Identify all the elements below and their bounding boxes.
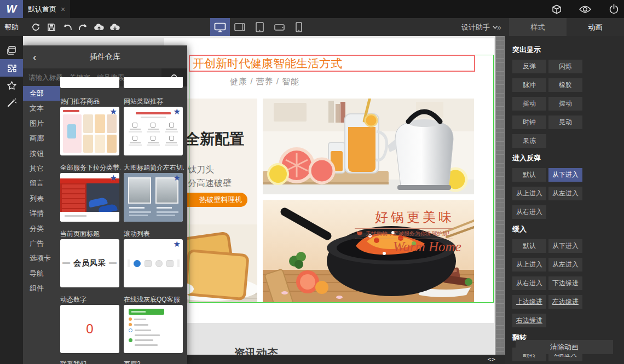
magic-wand-icon	[6, 97, 17, 108]
category-item[interactable]: 全部	[23, 86, 60, 101]
anim-button[interactable]: 晃动	[548, 115, 582, 129]
app-logo[interactable]: W	[0, 0, 23, 18]
category-item[interactable]: 留言	[23, 176, 60, 190]
category-item[interactable]: 分类	[23, 221, 60, 236]
device-tablet-portrait-button[interactable]	[250, 18, 269, 36]
animation-group-enter-bounce: 默认 从下进入 从上进入 从左进入 从右进入	[512, 168, 616, 219]
plugin-thumb-hot-products[interactable]: ★	[60, 107, 119, 155]
anim-button[interactable]: 橡胶	[548, 78, 582, 92]
device-desktop-button[interactable]	[210, 18, 230, 36]
tablet-portrait-icon	[256, 22, 264, 32]
anim-button[interactable]: 闪烁	[548, 60, 582, 73]
category-item[interactable]: 列表	[23, 191, 60, 206]
back-chevron-icon[interactable]: ‹	[33, 51, 37, 63]
favorite-star-icon[interactable]: ★	[110, 107, 117, 117]
help-menu[interactable]: 帮助	[4, 18, 19, 36]
plugin-thumb-dynamic-number[interactable]: 0	[60, 305, 119, 353]
plugin-thumb-dropdown-nav[interactable]: ★	[60, 173, 119, 222]
device-tablet-landscape-button[interactable]	[230, 18, 250, 36]
plugin-label: 页眉2	[124, 360, 184, 364]
anim-button[interactable]: 从上进入	[512, 258, 546, 271]
right-panel-tabs: 样式 动画	[509, 18, 624, 36]
category-item[interactable]: 详情	[23, 206, 60, 221]
design-assistant-button[interactable]: 设计助手	[461, 18, 498, 36]
animation-panel: 突出显示 反弹 闪烁 脉冲 橡胶 摇动 摆动 时钟 晃动 果冻 进入反弹 默认 …	[505, 36, 624, 364]
anim-button[interactable]: 摆动	[548, 97, 582, 111]
selected-title-element[interactable]: 开创新时代健康智能生活方式	[189, 55, 475, 72]
anim-button[interactable]: 果冻	[512, 134, 546, 148]
device-phone-landscape-button[interactable]	[269, 18, 289, 36]
redo-button[interactable]	[78, 22, 89, 33]
category-item[interactable]: 按钮	[23, 146, 60, 161]
plugin-thumb-scroll-list[interactable]: ★	[124, 239, 183, 287]
device-phone-portrait-button[interactable]	[289, 18, 309, 36]
category-item[interactable]: 导航	[23, 266, 60, 281]
cloud-download-button[interactable]	[109, 22, 120, 33]
number-card-text: 0	[60, 305, 119, 353]
phone-landscape-icon	[274, 24, 285, 31]
plugin-thumb-partial[interactable]	[60, 77, 119, 88]
save-button[interactable]	[46, 22, 57, 33]
plugin-label: 网站类型推荐	[124, 97, 184, 106]
save-icon	[47, 23, 56, 32]
power-button[interactable]	[608, 3, 620, 15]
favorite-star-icon[interactable]: ★	[174, 173, 181, 183]
anim-button[interactable]: 从右进入	[512, 205, 546, 219]
category-item[interactable]: 选项卡	[23, 251, 60, 265]
tab-style[interactable]: 样式	[509, 18, 567, 36]
category-item[interactable]: 广告	[23, 236, 60, 251]
plugin-thumb-qq-service[interactable]	[124, 305, 183, 353]
anim-button[interactable]: 从左进入	[548, 258, 582, 271]
section-title: 进入反弹	[512, 153, 616, 163]
anim-button[interactable]: 反弹	[512, 60, 546, 73]
anim-button[interactable]: 从下进入	[548, 239, 582, 253]
category-item[interactable]: 文本	[23, 101, 60, 115]
code-view-icon[interactable]: <>	[488, 356, 496, 363]
tab-close-icon[interactable]: ×	[61, 5, 65, 14]
sidebar-item-tools[interactable]	[0, 94, 23, 112]
preview-button[interactable]	[579, 3, 591, 15]
anim-button[interactable]: 从右进入	[512, 276, 546, 290]
sidebar-item-plugins[interactable]	[0, 59, 23, 77]
category-item[interactable]: 组件	[23, 281, 60, 296]
collapse-panel-button[interactable]: »	[497, 18, 501, 36]
plugin-thumb-site-types[interactable]: ★	[124, 107, 183, 155]
favorite-star-icon[interactable]: ★	[174, 239, 181, 249]
category-item[interactable]: 其它	[23, 161, 60, 176]
sidebar-item-favorites[interactable]	[0, 77, 23, 94]
anim-button-active[interactable]: 从下进入	[548, 168, 582, 182]
plugin-thumb-partial[interactable]	[124, 77, 183, 88]
tab-animation[interactable]: 动画	[567, 18, 624, 36]
refresh-button[interactable]	[30, 22, 41, 33]
plugin-thumb-page-title[interactable]: — 会员风采 —	[60, 239, 119, 287]
anim-button[interactable]: 上边缘进	[512, 295, 546, 309]
plugin-panel-title: 插件仓库	[23, 52, 187, 62]
page-tab[interactable]: 默认首页 ×	[23, 0, 70, 18]
components-button[interactable]	[551, 3, 563, 15]
undo-button[interactable]	[62, 22, 73, 33]
desktop-icon	[214, 22, 226, 32]
cloud-upload-button[interactable]	[94, 22, 105, 33]
anim-button[interactable]: 默认	[512, 168, 546, 182]
anim-button[interactable]: 默认	[512, 239, 546, 253]
clear-animation-button[interactable]: 清除动画	[516, 340, 613, 354]
anim-button[interactable]: 右边缘进	[512, 314, 546, 327]
anim-button[interactable]: 下边缘进	[548, 276, 582, 290]
category-item[interactable]: 图片	[23, 116, 60, 131]
section-title: 突出显示	[512, 45, 616, 55]
plugin-label: 在线浅灰底QQ客服	[124, 295, 184, 304]
anim-button[interactable]: 左边缘进	[548, 295, 582, 309]
anim-button[interactable]: 摇动	[512, 97, 546, 111]
favorite-star-icon[interactable]: ★	[110, 173, 117, 183]
anim-button[interactable]: 从上进入	[512, 187, 546, 200]
anim-button[interactable]: 时钟	[512, 115, 546, 129]
plugin-label: 动态数字	[60, 295, 120, 304]
plugin-thumb-image-slider[interactable]: ★	[124, 173, 183, 222]
category-item[interactable]: 画廊	[23, 131, 60, 146]
anim-button[interactable]: 脉冲	[512, 78, 546, 92]
anim-button[interactable]: 从左进入	[548, 187, 582, 200]
favorite-star-icon[interactable]: ★	[174, 107, 181, 117]
toolbar-actions	[30, 18, 120, 36]
star-icon	[6, 80, 18, 91]
sidebar-item-pages[interactable]	[0, 42, 23, 59]
